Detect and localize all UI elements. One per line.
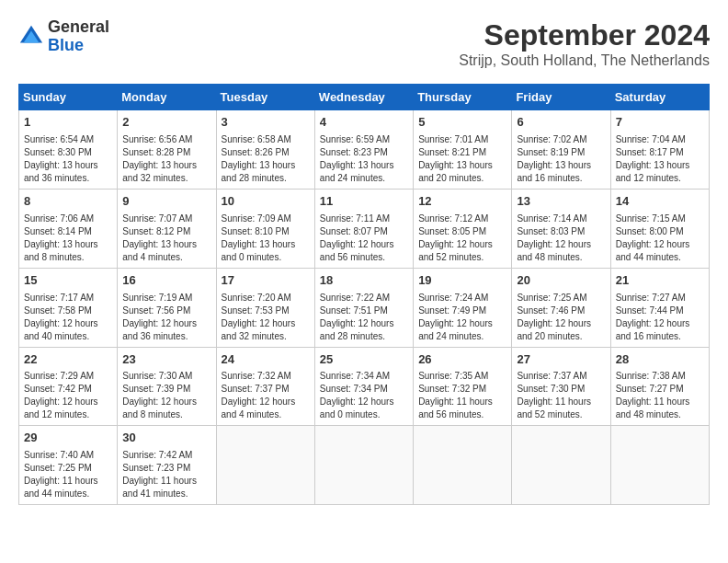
- calendar-cell: 6Sunrise: 7:02 AM Sunset: 8:19 PM Daylig…: [512, 110, 610, 190]
- day-number: 15: [24, 272, 112, 290]
- day-number: 4: [320, 114, 408, 132]
- day-number: 26: [418, 351, 506, 369]
- day-info: Sunrise: 7:01 AM Sunset: 8:21 PM Dayligh…: [418, 133, 506, 185]
- weekday-header: Saturday: [610, 85, 709, 110]
- day-info: Sunrise: 7:02 AM Sunset: 8:19 PM Dayligh…: [517, 133, 605, 185]
- day-info: Sunrise: 6:54 AM Sunset: 8:30 PM Dayligh…: [24, 133, 112, 185]
- day-number: 12: [418, 193, 506, 211]
- calendar-cell: 10Sunrise: 7:09 AM Sunset: 8:10 PM Dayli…: [216, 189, 314, 268]
- day-number: 14: [616, 193, 704, 211]
- calendar-week-row: 29Sunrise: 7:40 AM Sunset: 7:25 PM Dayli…: [19, 426, 710, 505]
- day-info: Sunrise: 7:19 AM Sunset: 7:56 PM Dayligh…: [122, 292, 210, 343]
- day-info: Sunrise: 6:58 AM Sunset: 8:26 PM Dayligh…: [222, 133, 310, 185]
- day-info: Sunrise: 7:29 AM Sunset: 7:42 PM Dayligh…: [24, 370, 112, 421]
- day-number: 22: [24, 351, 112, 369]
- day-info: Sunrise: 7:24 AM Sunset: 7:49 PM Dayligh…: [418, 292, 506, 343]
- day-number: 16: [122, 272, 210, 290]
- day-number: 6: [517, 114, 605, 132]
- logo-line2: Blue: [48, 37, 109, 55]
- calendar-cell: 23Sunrise: 7:30 AM Sunset: 7:39 PM Dayli…: [118, 347, 216, 426]
- day-info: Sunrise: 7:42 AM Sunset: 7:23 PM Dayligh…: [122, 449, 210, 500]
- day-number: 24: [222, 351, 310, 369]
- day-number: 29: [24, 430, 112, 447]
- day-number: 2: [122, 114, 210, 132]
- day-info: Sunrise: 7:11 AM Sunset: 8:07 PM Dayligh…: [320, 213, 408, 264]
- day-info: Sunrise: 7:06 AM Sunset: 8:14 PM Dayligh…: [24, 213, 112, 264]
- month-year: September 2024: [459, 18, 710, 52]
- weekday-header: Thursday: [414, 85, 512, 110]
- day-info: Sunrise: 7:38 AM Sunset: 7:27 PM Dayligh…: [616, 370, 704, 421]
- calendar-cell: 27Sunrise: 7:37 AM Sunset: 7:30 PM Dayli…: [512, 347, 610, 426]
- day-info: Sunrise: 7:34 AM Sunset: 7:34 PM Dayligh…: [320, 370, 408, 421]
- weekday-header: Wednesday: [314, 85, 413, 110]
- calendar-cell: 4Sunrise: 6:59 AM Sunset: 8:23 PM Daylig…: [314, 110, 413, 190]
- day-info: Sunrise: 7:40 AM Sunset: 7:25 PM Dayligh…: [24, 449, 112, 500]
- calendar-cell: 24Sunrise: 7:32 AM Sunset: 7:37 PM Dayli…: [216, 347, 314, 426]
- calendar-cell: 1Sunrise: 6:54 AM Sunset: 8:30 PM Daylig…: [19, 110, 118, 190]
- day-number: 13: [517, 193, 605, 211]
- day-number: 18: [320, 272, 408, 290]
- calendar-table: SundayMondayTuesdayWednesdayThursdayFrid…: [18, 84, 710, 505]
- calendar-week-row: 15Sunrise: 7:17 AM Sunset: 7:58 PM Dayli…: [19, 268, 710, 347]
- calendar-cell: 21Sunrise: 7:27 AM Sunset: 7:44 PM Dayli…: [610, 268, 709, 347]
- day-number: 7: [616, 114, 704, 132]
- day-info: Sunrise: 7:25 AM Sunset: 7:46 PM Dayligh…: [517, 292, 605, 343]
- weekday-header: Monday: [118, 85, 216, 110]
- logo-icon: [18, 24, 44, 50]
- calendar-cell: 3Sunrise: 6:58 AM Sunset: 8:26 PM Daylig…: [216, 110, 314, 190]
- calendar-cell: 5Sunrise: 7:01 AM Sunset: 8:21 PM Daylig…: [414, 110, 512, 190]
- day-number: 25: [320, 351, 408, 369]
- day-number: 3: [222, 114, 310, 132]
- page-header: General Blue September 2024 Strijp, Sout…: [18, 18, 710, 69]
- weekday-header: Tuesday: [216, 85, 314, 110]
- day-number: 30: [122, 430, 210, 447]
- day-number: 28: [616, 351, 704, 369]
- calendar-week-row: 1Sunrise: 6:54 AM Sunset: 8:30 PM Daylig…: [19, 110, 710, 190]
- calendar-cell: 26Sunrise: 7:35 AM Sunset: 7:32 PM Dayli…: [414, 347, 512, 426]
- day-info: Sunrise: 7:07 AM Sunset: 8:12 PM Dayligh…: [122, 213, 210, 264]
- day-number: 27: [517, 351, 605, 369]
- calendar-cell: 22Sunrise: 7:29 AM Sunset: 7:42 PM Dayli…: [19, 347, 118, 426]
- day-number: 10: [222, 193, 310, 211]
- calendar-week-row: 8Sunrise: 7:06 AM Sunset: 8:14 PM Daylig…: [19, 189, 710, 268]
- title-block: September 2024 Strijp, South Holland, Th…: [459, 18, 710, 69]
- weekday-header: Sunday: [19, 85, 118, 110]
- day-info: Sunrise: 7:09 AM Sunset: 8:10 PM Dayligh…: [222, 213, 310, 264]
- day-number: 1: [24, 114, 112, 132]
- calendar-cell: [216, 426, 314, 505]
- day-info: Sunrise: 7:04 AM Sunset: 8:17 PM Dayligh…: [616, 133, 704, 185]
- day-info: Sunrise: 7:30 AM Sunset: 7:39 PM Dayligh…: [122, 370, 210, 421]
- calendar-cell: 2Sunrise: 6:56 AM Sunset: 8:28 PM Daylig…: [118, 110, 216, 190]
- day-number: 11: [320, 193, 408, 211]
- calendar-cell: 12Sunrise: 7:12 AM Sunset: 8:05 PM Dayli…: [414, 189, 512, 268]
- calendar-cell: [314, 426, 413, 505]
- day-number: 20: [517, 272, 605, 290]
- calendar-cell: 17Sunrise: 7:20 AM Sunset: 7:53 PM Dayli…: [216, 268, 314, 347]
- calendar-cell: 7Sunrise: 7:04 AM Sunset: 8:17 PM Daylig…: [610, 110, 709, 190]
- calendar-cell: [414, 426, 512, 505]
- day-number: 5: [418, 114, 506, 132]
- day-number: 21: [616, 272, 704, 290]
- calendar-header-row: SundayMondayTuesdayWednesdayThursdayFrid…: [19, 85, 710, 110]
- calendar-cell: [512, 426, 610, 505]
- calendar-cell: 15Sunrise: 7:17 AM Sunset: 7:58 PM Dayli…: [19, 268, 118, 347]
- location: Strijp, South Holland, The Netherlands: [459, 52, 710, 69]
- day-info: Sunrise: 7:12 AM Sunset: 8:05 PM Dayligh…: [418, 213, 506, 264]
- calendar-cell: 19Sunrise: 7:24 AM Sunset: 7:49 PM Dayli…: [414, 268, 512, 347]
- calendar-body: 1Sunrise: 6:54 AM Sunset: 8:30 PM Daylig…: [19, 110, 710, 505]
- calendar-cell: 11Sunrise: 7:11 AM Sunset: 8:07 PM Dayli…: [314, 189, 413, 268]
- day-info: Sunrise: 6:59 AM Sunset: 8:23 PM Dayligh…: [320, 133, 408, 185]
- day-info: Sunrise: 7:32 AM Sunset: 7:37 PM Dayligh…: [222, 370, 310, 421]
- calendar-cell: 16Sunrise: 7:19 AM Sunset: 7:56 PM Dayli…: [118, 268, 216, 347]
- day-info: Sunrise: 7:35 AM Sunset: 7:32 PM Dayligh…: [418, 370, 506, 421]
- calendar-cell: 30Sunrise: 7:42 AM Sunset: 7:23 PM Dayli…: [118, 426, 216, 505]
- logo: General Blue: [18, 18, 109, 55]
- day-info: Sunrise: 7:15 AM Sunset: 8:00 PM Dayligh…: [616, 213, 704, 264]
- logo-line1: General: [48, 18, 109, 37]
- calendar-cell: 13Sunrise: 7:14 AM Sunset: 8:03 PM Dayli…: [512, 189, 610, 268]
- calendar-cell: 8Sunrise: 7:06 AM Sunset: 8:14 PM Daylig…: [19, 189, 118, 268]
- calendar-cell: 9Sunrise: 7:07 AM Sunset: 8:12 PM Daylig…: [118, 189, 216, 268]
- calendar-week-row: 22Sunrise: 7:29 AM Sunset: 7:42 PM Dayli…: [19, 347, 710, 426]
- day-info: Sunrise: 6:56 AM Sunset: 8:28 PM Dayligh…: [122, 133, 210, 185]
- calendar-cell: 25Sunrise: 7:34 AM Sunset: 7:34 PM Dayli…: [314, 347, 413, 426]
